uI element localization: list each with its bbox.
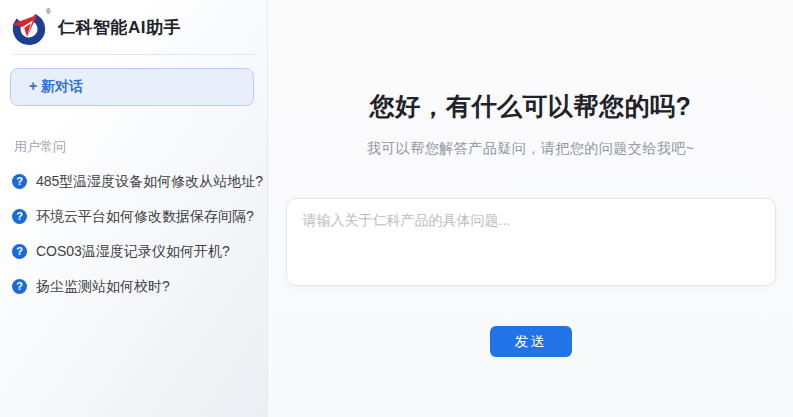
- greeting-subtitle: 我可以帮您解答产品疑问，请把您的问题交给我吧~: [367, 140, 695, 158]
- registered-trademark-mark: ®: [46, 8, 51, 15]
- question-mark-icon: ?: [12, 244, 27, 259]
- question-input[interactable]: [287, 199, 775, 285]
- faq-item-label: 扬尘监测站如何校时?: [36, 277, 170, 296]
- faq-list: ? 485型温湿度设备如何修改从站地址? ? 环境云平台如何修改数据保存间隔? …: [0, 164, 267, 304]
- faq-item-label: COS03温湿度记录仪如何开机?: [36, 242, 230, 261]
- faq-item-label: 485型温湿度设备如何修改从站地址?: [36, 172, 263, 191]
- sidebar-divider: [13, 54, 254, 55]
- faq-item-cos03-power[interactable]: ? COS03温湿度记录仪如何开机?: [0, 234, 267, 269]
- renke-logo-icon: ®: [10, 9, 48, 47]
- faq-item-dust-station-time[interactable]: ? 扬尘监测站如何校时?: [0, 269, 267, 304]
- greeting-title: 您好，有什么可以帮您的吗?: [370, 90, 692, 123]
- faq-item-cloud-interval[interactable]: ? 环境云平台如何修改数据保存间隔?: [0, 199, 267, 234]
- question-mark-icon: ?: [12, 209, 27, 224]
- chat-main-area: 您好，有什么可以帮您的吗? 我可以帮您解答产品疑问，请把您的问题交给我吧~ 发送: [268, 0, 793, 417]
- question-input-card: [286, 198, 776, 286]
- question-mark-icon: ?: [12, 174, 27, 189]
- faq-section-label: 用户常问: [14, 138, 253, 156]
- new-chat-button[interactable]: + 新对话: [10, 68, 254, 106]
- app-title: 仁科智能AI助手: [58, 16, 181, 39]
- app-window: ® 仁科智能AI助手 + 新对话 用户常问 ? 485型温湿度设备如何修改从站地…: [0, 0, 793, 417]
- send-button[interactable]: 发送: [490, 326, 572, 357]
- sidebar-header: ® 仁科智能AI助手: [0, 0, 267, 54]
- faq-item-label: 环境云平台如何修改数据保存间隔?: [36, 207, 254, 226]
- question-mark-icon: ?: [12, 279, 27, 294]
- sidebar: ® 仁科智能AI助手 + 新对话 用户常问 ? 485型温湿度设备如何修改从站地…: [0, 0, 268, 417]
- faq-item-485-address[interactable]: ? 485型温湿度设备如何修改从站地址?: [0, 164, 267, 199]
